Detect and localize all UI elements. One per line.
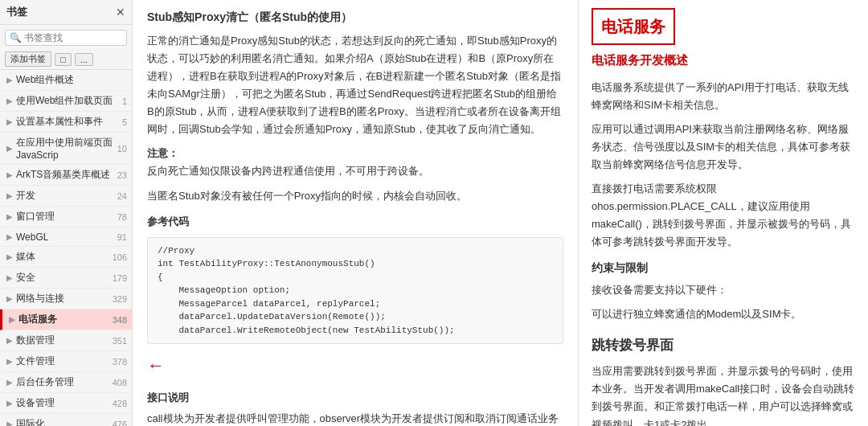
nav-count-10: 329: [113, 294, 127, 304]
sidebar-item-15[interactable]: ▶ 设备管理 428: [0, 393, 132, 414]
sidebar-item-13[interactable]: ▶ 文件管理 378: [0, 351, 132, 372]
nav-count-14: 408: [113, 378, 127, 387]
sidebar-item-6[interactable]: ▶ 窗口管理 78: [0, 207, 132, 227]
nav-label-12: 数据管理: [16, 334, 55, 347]
nav-label-10: 网络与连接: [16, 292, 64, 305]
nav-arrow-10: ▶: [6, 294, 13, 303]
nav-label-1: 使用Web组件加载页面: [16, 94, 113, 108]
nav-count-2: 5: [122, 117, 127, 127]
note-text2: 当匿名Stub对象没有被任何一个Proxy指向的时候，内核会自动回收。: [147, 187, 563, 205]
nav-label-3: 在应用中使用前端页面JavaScrip: [16, 136, 117, 161]
nav-arrow-12: ▶: [6, 336, 13, 345]
page-title: 电话服务: [601, 13, 665, 40]
nav-count-4: 23: [117, 170, 127, 180]
sidebar-item-4[interactable]: ▶ ArkTS音频基类库概述 23: [0, 165, 132, 186]
nav-arrow-16: ▶: [6, 420, 13, 426]
sidebar-nav: ▶ Web组件概述 ▶ 使用Web组件加载页面 1 ▶ 设置基本属性和事件 5 …: [0, 70, 132, 426]
ref-label: 参考代码: [147, 213, 563, 231]
note-text: 反向死亡通知仅限设备内跨进程通信使用，不可用于跨设备。: [147, 162, 563, 180]
sidebar-item-14[interactable]: ▶ 后台任务管理 408: [0, 372, 132, 393]
sidebar-item-16[interactable]: ▶ 国际化 476: [0, 414, 132, 426]
nav-arrow-5: ▶: [6, 191, 13, 200]
sidebar-toolbar: 添加书签 □ ...: [0, 49, 132, 70]
nav-label-6: 窗口管理: [16, 210, 55, 223]
nav-count-15: 428: [113, 399, 127, 408]
nav-count-8: 106: [113, 252, 127, 262]
sidebar-item-5[interactable]: ▶ 开发 24: [0, 186, 132, 207]
sidebar: 书签 ✕ 🔍 添加书签 □ ... ▶ Web组件概述 ▶ 使用Web组件加载页…: [0, 0, 133, 426]
nav-count-6: 78: [117, 212, 127, 222]
constraint-text: 接收设备需要支持以下硬件：: [592, 281, 855, 299]
search-box: 🔍: [5, 30, 127, 46]
sidebar-item-12[interactable]: ▶ 数据管理 351: [0, 330, 132, 351]
nav-arrow-0: ▶: [6, 76, 13, 84]
nav-label-11: 电话服务: [18, 313, 57, 326]
nav-count-16: 476: [113, 420, 127, 427]
constraint-heading: 约束与限制: [592, 259, 855, 278]
nav-label-7: WebGL: [16, 231, 48, 243]
sidebar-item-8[interactable]: ▶ 媒体 106: [0, 247, 132, 268]
nav-arrow-9: ▶: [6, 273, 13, 282]
sidebar-item-2[interactable]: ▶ 设置基本属性和事件 5: [0, 112, 132, 133]
nav-count-11: 348: [113, 315, 127, 325]
sidebar-item-1[interactable]: ▶ 使用Web组件加载页面 1: [0, 91, 132, 112]
code-block: //Proxy int TestAbilityProxy::TestAnonym…: [147, 237, 563, 345]
nav-count-3: 10: [117, 144, 127, 154]
nav-arrow-7: ▶: [6, 232, 13, 241]
nav-count-7: 91: [117, 232, 127, 242]
more-button[interactable]: □: [55, 53, 72, 66]
sidebar-item-0[interactable]: ▶ Web组件概述: [0, 70, 132, 91]
sidebar-item-7[interactable]: ▶ WebGL 91: [0, 227, 132, 247]
page-title-box: 电话服务: [592, 8, 675, 45]
nav-count-1: 1: [122, 96, 127, 106]
note-label: 注意：: [147, 145, 563, 162]
more-options-button[interactable]: ...: [75, 53, 93, 66]
nav-arrow-1: ▶: [6, 96, 13, 105]
jump-para: 当应用需要跳转到拨号界面，并显示拨号的号码时，使用本业务。当开发者调用makeC…: [592, 363, 855, 426]
sidebar-item-10[interactable]: ▶ 网络与连接 329: [0, 289, 132, 309]
nav-arrow-14: ▶: [6, 378, 13, 387]
right-para3: 直接拨打电话需要系统权限ohos.permission.PLACE_CALL，建…: [592, 180, 855, 251]
sidebar-item-11[interactable]: ▶ 电话服务 348: [0, 309, 132, 330]
jump-heading: 跳转拨号界面: [592, 334, 855, 358]
right-para1: 电话服务系统提供了一系列的API用于打电话、获取无线蜂窝网络和SIM卡相关信息。: [592, 79, 855, 114]
nav-arrow-3: ▶: [6, 144, 13, 153]
nav-arrow-4: ▶: [6, 170, 13, 179]
nav-arrow-15: ▶: [6, 399, 13, 408]
nav-arrow-13: ▶: [6, 357, 13, 366]
interface-desc: call模块为开发者提供呼叫管理功能，observer模块为开发者提供订阅和取消…: [147, 410, 563, 426]
red-arrow-icon: ←: [147, 350, 165, 380]
sidebar-item-3[interactable]: ▶ 在应用中使用前端页面JavaScrip 10: [0, 133, 132, 165]
right-para2: 应用可以通过调用API来获取当前注册网络名称、网络服务状态、信号强度以及SIM卡…: [592, 121, 855, 174]
nav-arrow-2: ▶: [6, 117, 13, 126]
right-panel: 电话服务 电话服务开发概述 电话服务系统提供了一系列的API用于打电话、获取无线…: [579, 0, 868, 426]
nav-count-9: 179: [113, 273, 127, 283]
right-para2-text: 应用可以通过调用API来获取当前注册网络名称、网络服务状态、信号强度以及SIM卡…: [592, 123, 850, 170]
nav-label-8: 媒体: [16, 250, 35, 264]
stub-paragraph: 正常的消亡通知是Proxy感知Stub的状态，若想达到反向的死亡通知，即Stub…: [147, 32, 563, 139]
close-icon[interactable]: ✕: [116, 6, 125, 18]
interface-label: 接口说明: [147, 389, 563, 407]
stub-heading: Stub感知Proxy清亡（匿名Stub的使用）: [147, 8, 563, 27]
sidebar-item-9[interactable]: ▶ 安全 179: [0, 268, 132, 289]
nav-label-15: 设备管理: [16, 396, 55, 410]
nav-label-16: 国际化: [16, 417, 45, 426]
nav-arrow-11: ▶: [9, 315, 15, 324]
nav-arrow-8: ▶: [6, 252, 13, 261]
article-panel: Stub感知Proxy清亡（匿名Stub的使用） 正常的消亡通知是Proxy感知…: [133, 0, 579, 426]
constraint-detail: 可以进行独立蜂窝通信的Modem以及SIM卡。: [592, 305, 855, 323]
nav-count-5: 24: [117, 191, 127, 201]
sidebar-title: 书签: [6, 5, 27, 19]
nav-label-0: Web组件概述: [16, 73, 74, 87]
nav-label-13: 文件管理: [16, 354, 55, 368]
sidebar-header-icons: ✕: [116, 6, 125, 18]
add-bookmark-button[interactable]: 添加书签: [5, 51, 51, 67]
sidebar-header: 书签 ✕: [0, 0, 132, 25]
search-input[interactable]: [24, 32, 122, 43]
nav-label-5: 开发: [16, 189, 35, 203]
nav-label-2: 设置基本属性和事件: [16, 115, 103, 129]
main-content: Stub感知Proxy清亡（匿名Stub的使用） 正常的消亡通知是Proxy感知…: [133, 0, 868, 426]
nav-count-12: 351: [113, 336, 127, 346]
nav-label-4: ArkTS音频基类库概述: [16, 168, 110, 182]
page-subtitle: 电话服务开发概述: [592, 50, 855, 71]
